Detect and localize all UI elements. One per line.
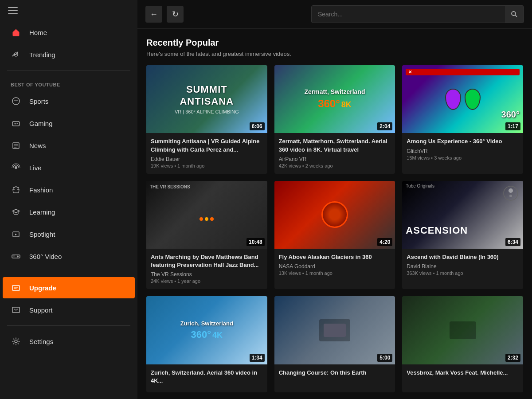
video-info-5: Fly Above Alaskan Glaciers in 360 NASA G…	[274, 249, 395, 281]
svg-point-8	[17, 256, 19, 258]
sidebar-item-sports[interactable]: Sports	[3, 90, 135, 112]
main-content: ← ↻ Recently Popular Here's some of the …	[137, 0, 532, 399]
svg-rect-10	[12, 307, 20, 313]
video-channel-3: GlitchVR	[407, 148, 519, 154]
sidebar-item-fashion-label: Fashion	[29, 186, 53, 194]
sidebar-item-home-label: Home	[29, 29, 47, 36]
learning-icon	[11, 207, 21, 217]
video-channel-6: David Blaine	[407, 263, 519, 270]
video-card-2[interactable]: Zermatt, Switzerland 360° 8K 2:04 Zermat…	[274, 65, 395, 174]
video-duration-6: 6:34	[505, 238, 520, 246]
video-info-2: Zermatt, Matterhorn, Switzerland. Aerial…	[274, 133, 395, 173]
video-meta-1: 19K views • 1 month ago	[151, 163, 263, 168]
search-icon	[511, 11, 518, 18]
video-duration-4: 10:48	[246, 238, 265, 246]
content-area: Recently Popular Here's some of the late…	[137, 29, 532, 399]
support-icon	[11, 305, 21, 315]
video-thumb-6: Tube Originals ASCENSION 6:34	[402, 181, 523, 249]
video-card-6[interactable]: Tube Originals ASCENSION 6:34 Ascend wit…	[402, 181, 523, 289]
settings-icon	[11, 336, 21, 347]
video-info-8: Changing Course: On this Earth	[274, 364, 395, 384]
news-icon	[11, 140, 21, 151]
360video-icon	[11, 251, 21, 262]
video-info-9: Vessbroz, Mark Voss Feat. Michelle...	[402, 364, 523, 384]
video-channel-4: The VR Sessions	[151, 271, 263, 278]
sidebar-item-live[interactable]: Live	[3, 157, 135, 178]
video-channel-5: NASA Goddard	[279, 263, 391, 270]
hamburger-icon[interactable]	[8, 7, 18, 14]
svg-rect-9	[12, 286, 20, 290]
sidebar-item-spotlight[interactable]: Spotlight	[3, 223, 135, 245]
video-title-7: Zurich, Switzerland. Aerial 360 video in…	[151, 369, 263, 385]
svg-point-11	[15, 340, 17, 343]
video-channel-2: AirPano VR	[279, 156, 391, 162]
sidebar-item-fashion[interactable]: Fashion	[3, 179, 135, 200]
video-title-2: Zermatt, Matterhorn, Switzerland. Aerial…	[279, 137, 391, 153]
sidebar-item-learning[interactable]: Learning	[3, 201, 135, 223]
sidebar-item-news-label: News	[29, 142, 46, 149]
video-thumb-1: SUMMITANTISANA VR | 360° ALPINE CLIMBING…	[146, 65, 267, 133]
divider-2	[7, 272, 130, 272]
sidebar-item-upgrade[interactable]: Upgrade	[3, 277, 135, 298]
svg-point-3	[17, 124, 18, 124]
video-info-4: Ants Marching by Dave Matthews Band feat…	[146, 249, 267, 289]
video-thumb-8: 5:00	[274, 296, 395, 364]
video-card-9[interactable]: 2:32 Vessbroz, Mark Voss Feat. Michelle.…	[402, 296, 523, 392]
sidebar-item-home[interactable]: Home	[3, 22, 135, 43]
video-card-5[interactable]: 4:20 Fly Above Alaskan Glaciers in 360 N…	[274, 181, 395, 289]
video-thumb-5: 4:20	[274, 181, 395, 249]
video-info-6: Ascend with David Blaine (In 360) David …	[402, 249, 523, 281]
gaming-icon	[11, 118, 21, 129]
search-button[interactable]	[505, 6, 524, 23]
video-card-3[interactable]: ✕ 360° 1:17 Among Us Experience - 360° V…	[402, 65, 523, 174]
sidebar-item-gaming-label: Gaming	[29, 120, 53, 127]
spotlight-icon	[11, 229, 21, 239]
video-title-8: Changing Course: On this Earth	[279, 369, 391, 377]
sports-icon	[11, 96, 21, 106]
sidebar-item-360video-label: 360° Video	[29, 253, 62, 260]
video-thumb-7: Zurich, Switzerland 360° 4K 1:34	[146, 296, 267, 364]
sidebar-item-spotlight-label: Spotlight	[29, 231, 55, 238]
video-card-7[interactable]: Zurich, Switzerland 360° 4K 1:34 Zurich,…	[146, 296, 267, 392]
divider-3	[7, 325, 130, 326]
sidebar-item-gaming[interactable]: Gaming	[3, 113, 135, 134]
sidebar-item-trending[interactable]: Trending	[3, 44, 135, 65]
video-title-4: Ants Marching by Dave Matthews Band feat…	[151, 253, 263, 269]
sidebar-item-trending-label: Trending	[29, 51, 55, 59]
refresh-button[interactable]: ↻	[167, 6, 184, 23]
video-thumb-2: Zermatt, Switzerland 360° 8K 2:04	[274, 65, 395, 133]
search-bar	[311, 5, 524, 23]
sidebar-item-learning-label: Learning	[29, 208, 55, 216]
back-icon: ←	[150, 10, 158, 19]
svg-rect-2	[12, 121, 20, 126]
svg-rect-7	[12, 255, 20, 258]
sidebar-item-live-label: Live	[29, 164, 42, 172]
sidebar-item-360video[interactable]: 360° Video	[3, 246, 135, 267]
back-button[interactable]: ←	[145, 6, 162, 23]
video-card-4[interactable]: THE VR SESSIONS 10:48 Ants Marching by D…	[146, 181, 267, 289]
thumb-badge-3: ✕	[406, 69, 520, 75]
video-info-1: Summiting Antisana | VR Guided Alpine Cl…	[146, 133, 267, 173]
video-meta-2: 42K views • 2 weeks ago	[279, 163, 391, 168]
sidebar-item-sports-label: Sports	[29, 98, 48, 105]
video-meta-5: 13K views • 1 month ago	[279, 270, 391, 276]
video-info-7: Zurich, Switzerland. Aerial 360 video in…	[146, 364, 267, 392]
video-card-8[interactable]: 5:00 Changing Course: On this Earth	[274, 296, 395, 392]
video-thumb-4: THE VR SESSIONS 10:48	[146, 181, 267, 249]
section-subtitle: Here's some of the latest and greatest i…	[146, 51, 523, 57]
live-icon	[11, 162, 21, 173]
sidebar-item-support-label: Support	[29, 306, 53, 314]
sidebar-item-settings[interactable]: Settings	[3, 331, 135, 352]
home-icon	[11, 27, 21, 38]
video-card-1[interactable]: SUMMITANTISANA VR | 360° ALPINE CLIMBING…	[146, 65, 267, 174]
sidebar-item-support[interactable]: Support	[3, 299, 135, 321]
svg-point-5	[15, 166, 17, 169]
video-title-6: Ascend with David Blaine (In 360)	[407, 253, 519, 261]
video-duration-3: 1:17	[505, 122, 520, 130]
video-title-3: Among Us Experience - 360° Video	[407, 137, 519, 145]
search-input[interactable]	[312, 7, 505, 21]
sidebar: Home Trending BEST OF YOUTUBE Sports Gam…	[0, 0, 137, 399]
sidebar-item-news[interactable]: News	[3, 135, 135, 156]
video-thumb-9: 2:32	[402, 296, 523, 364]
video-meta-4: 24K views • 1 year ago	[151, 278, 263, 284]
